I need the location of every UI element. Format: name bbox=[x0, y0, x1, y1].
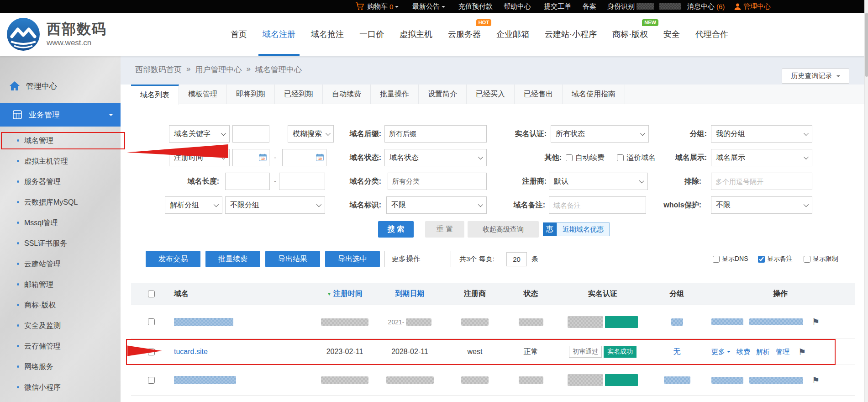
auto-renew-checkbox-input[interactable] bbox=[566, 154, 573, 161]
keyword-type-select[interactable]: 域名关键字 bbox=[169, 125, 230, 143]
batch-renew-button[interactable]: 批量续费 bbox=[205, 251, 260, 267]
dns-link[interactable]: 解析 bbox=[756, 348, 770, 356]
premium-checkbox-input[interactable] bbox=[617, 154, 624, 161]
redacted-action-links[interactable] bbox=[749, 377, 803, 384]
publish-trade-button[interactable]: 发布交易 bbox=[146, 251, 200, 267]
tab-auto-renew[interactable]: 自动续费 bbox=[323, 85, 371, 104]
admin-center-link[interactable]: 管理中心 bbox=[734, 0, 771, 13]
flag-icon[interactable]: ⚑ bbox=[812, 375, 820, 386]
tab-sold[interactable]: 已经售出 bbox=[515, 85, 563, 104]
per-page-input[interactable] bbox=[506, 252, 527, 266]
nav-item-domain-register[interactable]: 域名注册 bbox=[255, 13, 303, 56]
nav-item-cloud-server[interactable]: 云服务器 HOT bbox=[440, 13, 489, 56]
redacted-group-link[interactable] bbox=[664, 376, 690, 384]
search-button[interactable]: 搜 索 bbox=[378, 221, 414, 238]
nav-item-domain-backorder[interactable]: 域名抢注 bbox=[303, 13, 352, 56]
sidebar-item-network-service[interactable]: 网络服务 bbox=[0, 356, 121, 377]
message-center-link[interactable]: 消息中心(6) bbox=[687, 0, 725, 13]
history-query-button[interactable]: 历史查询记录 bbox=[782, 69, 849, 84]
flag-icon[interactable]: ⚑ bbox=[812, 317, 820, 327]
row-checkbox[interactable] bbox=[148, 318, 155, 325]
domain-link[interactable]: tucard.site bbox=[174, 348, 208, 356]
sidebar-item-security-monitor[interactable]: 安全及监测 bbox=[0, 315, 121, 336]
nav-item-fixed-price[interactable]: 一口价 bbox=[352, 13, 392, 56]
redacted-domain-link[interactable] bbox=[174, 318, 233, 326]
tab-batch-ops[interactable]: 批量操作 bbox=[371, 85, 419, 104]
sidebar-item-mssql[interactable]: Mssql管理 bbox=[0, 212, 121, 233]
nav-item-trademark[interactable]: 商标·版权 NEW bbox=[605, 13, 656, 56]
nav-item-home[interactable]: 首页 bbox=[223, 13, 255, 56]
sidebar-group-business[interactable]: 业务管理 bbox=[0, 103, 121, 127]
nav-item-agent[interactable]: 代理合作 bbox=[688, 13, 736, 56]
more-operations-select[interactable]: 更多操作 bbox=[384, 251, 451, 267]
auto-renew-checkbox[interactable]: 自动续费 bbox=[566, 149, 605, 166]
redacted-action-links[interactable] bbox=[749, 318, 803, 325]
keyword-input[interactable] bbox=[232, 125, 269, 143]
group-link[interactable]: 无 bbox=[673, 347, 681, 357]
export-selected-button[interactable]: 导出选中 bbox=[325, 251, 380, 267]
nav-item-virtual-host[interactable]: 虚拟主机 bbox=[392, 13, 440, 56]
whois-select[interactable]: 不限 bbox=[711, 196, 812, 214]
redacted-domain-link[interactable] bbox=[174, 376, 236, 384]
submit-ticket-link[interactable]: 提交工单 bbox=[544, 0, 571, 13]
tab-expiring[interactable]: 即将到期 bbox=[227, 85, 275, 104]
select-all-checkbox[interactable] bbox=[148, 291, 155, 297]
sidebar-item-admin-center[interactable]: 管理中心 bbox=[0, 77, 57, 95]
length-from-input[interactable] bbox=[225, 173, 270, 190]
sidebar-item-domain-management[interactable]: 域名管理 bbox=[0, 130, 121, 151]
nav-item-enterprise-mail[interactable]: 企业邮箱 bbox=[489, 13, 537, 56]
cart-link[interactable]: 购物车 0 bbox=[367, 0, 399, 13]
registrar-select[interactable]: 默认 bbox=[549, 173, 648, 190]
collapse-advanced-button[interactable]: 收起高级查询 bbox=[468, 221, 539, 238]
announcements-link[interactable]: 最新公告 bbox=[412, 0, 445, 13]
remark-input[interactable] bbox=[549, 196, 646, 214]
nav-item-security[interactable]: 安全 bbox=[656, 13, 688, 56]
breadcrumb-user-center[interactable]: 用户管理中心 bbox=[195, 64, 242, 75]
help-center-link[interactable]: 帮助中心 bbox=[504, 0, 531, 13]
dns-group-select[interactable]: 不限分组 bbox=[225, 196, 325, 214]
row-checkbox[interactable] bbox=[148, 377, 155, 384]
length-to-input[interactable] bbox=[279, 173, 325, 190]
domain-status-select[interactable]: 域名状态 bbox=[384, 149, 487, 166]
recent-domain-deals-button[interactable]: 惠 近期域名优惠 bbox=[543, 222, 610, 236]
show-dns-checkbox[interactable] bbox=[713, 256, 720, 263]
redacted-action-links[interactable] bbox=[711, 377, 743, 384]
manage-link[interactable]: 管理 bbox=[776, 348, 789, 356]
dns-group-type-select[interactable]: 解析分组 bbox=[165, 196, 222, 214]
sidebar-item-ssl[interactable]: SSL证书服务 bbox=[0, 233, 121, 254]
more-actions-link[interactable]: 更多 bbox=[711, 348, 731, 356]
renew-link[interactable]: 续费 bbox=[736, 348, 750, 356]
show-remark-toggle[interactable]: 显示备注 bbox=[758, 251, 793, 267]
show-remark-checkbox[interactable] bbox=[758, 256, 765, 263]
show-dns-toggle[interactable]: 显示DNS bbox=[713, 251, 748, 267]
sidebar-item-virtual-host[interactable]: 虚拟主机管理 bbox=[0, 151, 121, 171]
nav-item-site-builder[interactable]: 云建站·小程序 bbox=[537, 13, 605, 56]
tab-bought[interactable]: 已经买入 bbox=[467, 85, 515, 104]
date-type-select[interactable]: 注册时间 bbox=[169, 149, 230, 166]
show-limit-checkbox[interactable] bbox=[804, 256, 810, 263]
scrollbar[interactable] bbox=[864, 0, 868, 402]
suffix-input[interactable] bbox=[384, 125, 487, 143]
tag-select[interactable]: 不限 bbox=[386, 196, 487, 214]
tab-template[interactable]: 模板管理 bbox=[179, 85, 227, 104]
beian-link[interactable]: 备案 bbox=[583, 0, 596, 13]
reset-button[interactable]: 重 置 bbox=[425, 221, 464, 238]
scrollbar-thumb[interactable] bbox=[865, 13, 868, 77]
tab-domain-list[interactable]: 域名列表 bbox=[131, 85, 179, 105]
show-limit-toggle[interactable]: 显示限制 bbox=[804, 251, 838, 267]
category-input[interactable] bbox=[388, 173, 487, 190]
display-select[interactable]: 域名展示 bbox=[711, 149, 812, 166]
sidebar-item-trademark[interactable]: 商标·版权 bbox=[0, 295, 121, 315]
site-logo[interactable]: 西部数码 www.west.cn bbox=[6, 17, 107, 51]
recharge-link[interactable]: 充值预付款 bbox=[458, 0, 493, 13]
sidebar-item-mysql[interactable]: 云数据库MySQL bbox=[0, 192, 121, 212]
sidebar-item-wechat-miniprogram[interactable]: 微信小程序 bbox=[0, 377, 121, 397]
header-registered[interactable]: ▼注册时间 bbox=[315, 283, 374, 305]
identity-link[interactable]: 身份识别 bbox=[607, 0, 654, 13]
cart-icon[interactable] bbox=[355, 0, 364, 13]
export-results-button[interactable]: 导出结果 bbox=[265, 251, 320, 267]
premium-checkbox[interactable]: 溢价域名 bbox=[617, 149, 656, 166]
group-select[interactable]: 我的分组 bbox=[711, 125, 812, 143]
breadcrumb-home[interactable]: 西部数码首页 bbox=[135, 64, 182, 75]
tab-profile[interactable]: 设置简介 bbox=[419, 85, 467, 104]
